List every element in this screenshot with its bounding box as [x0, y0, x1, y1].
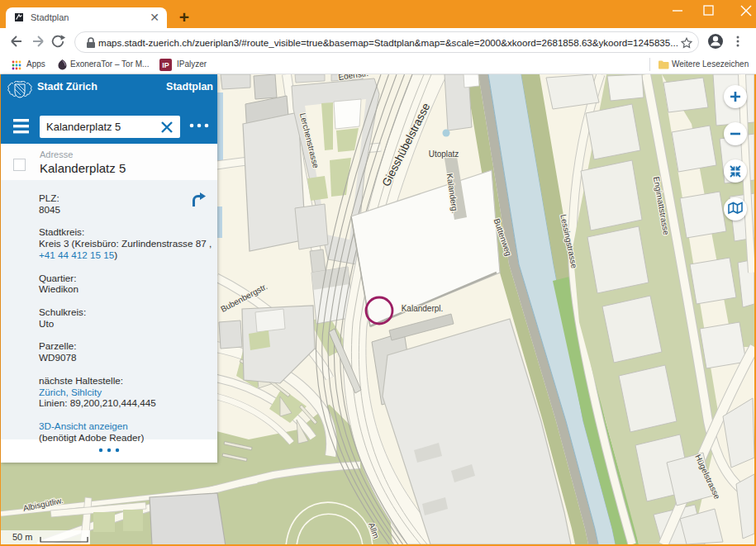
- svg-text:Utoplatz: Utoplatz: [429, 150, 459, 159]
- svg-text:Kalanderpl.: Kalanderpl.: [402, 304, 444, 313]
- svg-text:IP: IP: [162, 61, 169, 69]
